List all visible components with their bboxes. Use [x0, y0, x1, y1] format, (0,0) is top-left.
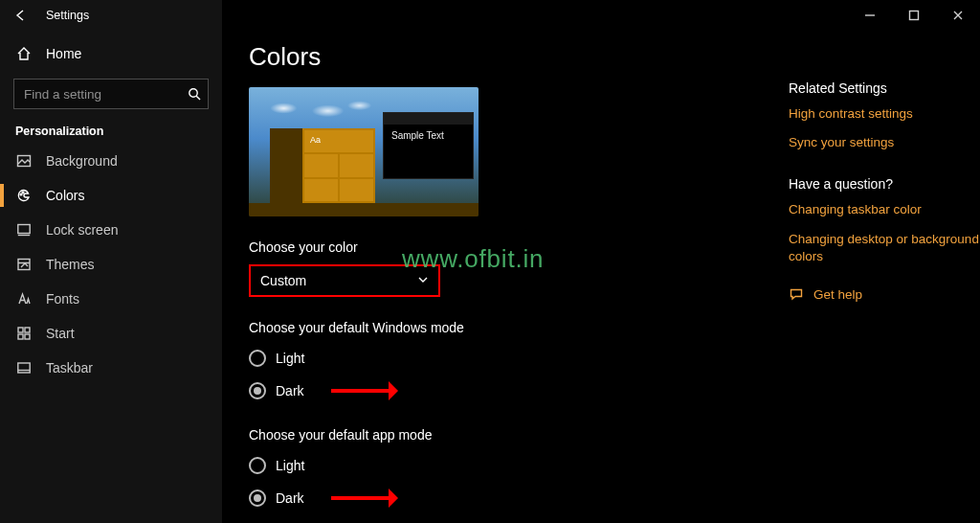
preview-sample-text: Sample Text [384, 125, 473, 147]
lock-screen-icon [15, 221, 33, 239]
chevron-down-icon [417, 273, 429, 288]
sidebar-item-label: Fonts [46, 291, 79, 307]
app-mode-label: Choose your default app mode [249, 427, 953, 443]
close-button[interactable] [936, 0, 980, 31]
svg-point-4 [22, 192, 24, 193]
radio-label: Dark [276, 490, 304, 506]
sidebar-item-label: Taskbar [46, 360, 93, 375]
radio-icon [249, 382, 266, 399]
radio-icon [249, 489, 266, 507]
home-label: Home [46, 46, 81, 61]
fonts-icon [15, 290, 33, 307]
right-column: Related Settings High contrast settings … [789, 77, 980, 305]
sidebar-item-label: Background [46, 153, 118, 169]
sidebar: Home Personalization Background Colors L… [0, 0, 222, 523]
sidebar-item-label: Start [46, 326, 75, 341]
themes-icon [15, 256, 33, 273]
sidebar-item-colors[interactable]: Colors [0, 178, 222, 213]
sidebar-item-background[interactable]: Background [0, 144, 222, 178]
page-title: Colors [249, 42, 953, 72]
category-heading: Personalization [0, 115, 222, 144]
svg-rect-7 [18, 328, 23, 332]
taskbar-icon [15, 359, 33, 376]
svg-rect-8 [25, 328, 30, 332]
link-desktop-colors[interactable]: Changing desktop or background colors [789, 231, 980, 265]
link-taskbar-color[interactable]: Changing taskbar color [789, 201, 980, 218]
svg-point-3 [20, 193, 22, 195]
sidebar-item-label: Themes [46, 257, 95, 272]
app-mode-light[interactable]: Light [249, 452, 953, 479]
search-icon [188, 85, 201, 102]
svg-rect-5 [18, 225, 30, 234]
svg-rect-9 [18, 334, 23, 339]
radio-icon [249, 457, 266, 474]
sidebar-item-themes[interactable]: Themes [0, 247, 222, 282]
sidebar-item-taskbar[interactable]: Taskbar [0, 351, 222, 385]
annotation-arrow [331, 385, 408, 397]
svg-point-1 [189, 89, 197, 97]
svg-rect-10 [25, 334, 30, 339]
radio-label: Dark [276, 383, 304, 398]
sidebar-item-label: Colors [46, 188, 84, 203]
annotation-arrow [331, 492, 408, 504]
palette-icon [15, 187, 33, 204]
content-area: Colors Aa Sample Text Choose your color … [222, 0, 980, 523]
radio-label: Light [276, 351, 304, 366]
search-input[interactable] [22, 86, 188, 102]
link-get-help[interactable]: Get help [813, 286, 862, 304]
search-box[interactable] [13, 79, 209, 109]
maximize-button[interactable] [892, 0, 936, 31]
question-heading: Have a question? [789, 176, 980, 192]
radio-label: Light [276, 458, 304, 473]
svg-rect-11 [18, 363, 30, 373]
color-preview: Aa Sample Text [249, 87, 479, 216]
home-button[interactable]: Home [0, 36, 222, 71]
choose-color-value: Custom [260, 273, 306, 288]
preview-window: Sample Text [383, 112, 474, 179]
sidebar-item-label: Lock screen [46, 222, 118, 238]
windows-mode-dark[interactable]: Dark [249, 377, 953, 404]
sidebar-item-fonts[interactable]: Fonts [0, 282, 222, 316]
svg-rect-0 [910, 11, 919, 20]
start-icon [15, 325, 33, 342]
windows-mode-label: Choose your default Windows mode [249, 320, 953, 335]
home-icon [15, 45, 33, 62]
picture-icon [15, 152, 33, 170]
related-settings-heading: Related Settings [789, 80, 980, 96]
windows-mode-light[interactable]: Light [249, 345, 953, 372]
minimize-button[interactable] [848, 0, 892, 31]
chat-icon [789, 286, 804, 305]
back-button[interactable] [0, 0, 42, 31]
app-mode-dark[interactable]: Dark [249, 485, 953, 512]
choose-color-dropdown[interactable]: Custom [249, 264, 440, 297]
radio-icon [249, 350, 266, 367]
title-bar: Settings [0, 0, 980, 31]
link-high-contrast[interactable]: High contrast settings [789, 105, 980, 123]
sidebar-item-start[interactable]: Start [0, 316, 222, 351]
window-title: Settings [42, 9, 89, 22]
link-sync-settings[interactable]: Sync your settings [789, 134, 980, 151]
sidebar-item-lock-screen[interactable]: Lock screen [0, 213, 222, 247]
